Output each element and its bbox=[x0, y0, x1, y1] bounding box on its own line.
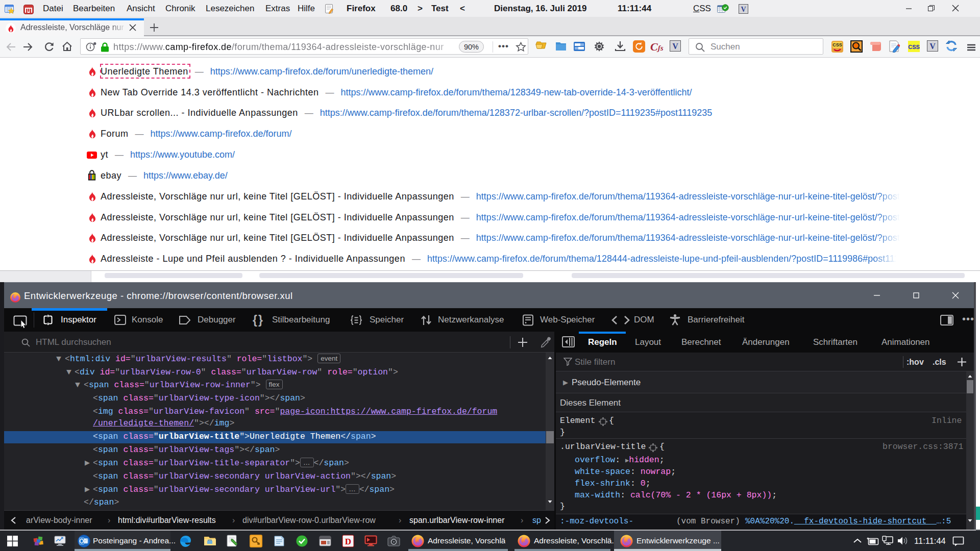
svg-text:CSS: CSS bbox=[908, 44, 920, 50]
svg-text:CSS: CSS bbox=[832, 42, 842, 47]
svg-text:D: D bbox=[345, 537, 351, 546]
svg-text:V: V bbox=[741, 6, 746, 13]
svg-text:V: V bbox=[672, 42, 678, 51]
svg-text:V: V bbox=[929, 42, 936, 51]
